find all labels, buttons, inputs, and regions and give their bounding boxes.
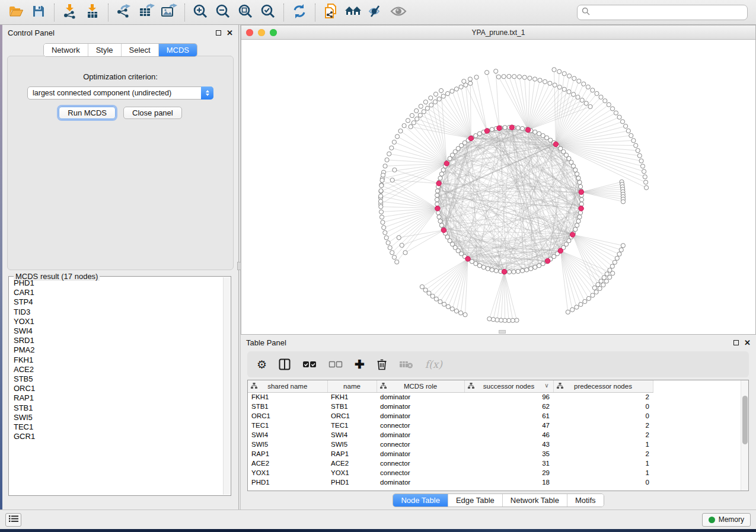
cell-filler[interactable] <box>653 421 741 430</box>
cell-shared-name[interactable]: SWI5 <box>248 440 327 449</box>
cell-name[interactable]: SWI5 <box>327 440 377 449</box>
export-image-button[interactable] <box>158 2 180 23</box>
show-columns-icon[interactable] <box>279 355 291 373</box>
search-input[interactable] <box>593 8 743 17</box>
cell-name[interactable]: TEC1 <box>327 421 377 430</box>
mcds-result-list[interactable]: PHD1CAR1STP4TID3YOX1SWI4SRD1PMA2FKH1ACE2… <box>9 278 222 495</box>
cell-role[interactable]: connector <box>377 440 464 449</box>
mcds-result-item[interactable]: SWI4 <box>14 326 222 336</box>
tab-edge-table[interactable]: Edge Table <box>448 494 503 507</box>
cell-predecessors[interactable]: 0 <box>553 402 653 411</box>
sort-chevron-icon[interactable]: ∨ <box>544 382 548 389</box>
refresh-button[interactable] <box>288 2 311 23</box>
add-column-icon[interactable]: ✚ <box>355 355 365 373</box>
cell-role[interactable]: dominator <box>377 392 464 402</box>
table-row[interactable]: YOX1YOX1connector291 <box>248 468 741 477</box>
table-options-gear-icon[interactable]: ⚙ <box>257 355 267 373</box>
horizontal-splitter-handle[interactable] <box>499 330 506 334</box>
export-network-button[interactable] <box>113 2 135 23</box>
cell-role[interactable]: connector <box>377 421 464 430</box>
table-scrollbar[interactable] <box>741 380 748 491</box>
import-table-button[interactable] <box>81 2 104 23</box>
tab-network-table[interactable]: Network Table <box>503 494 567 507</box>
column-header-mcds-role[interactable]: MCDS role <box>377 380 464 392</box>
cell-shared-name[interactable]: RAP1 <box>248 449 327 459</box>
mcds-result-item[interactable]: FKH1 <box>14 355 222 365</box>
column-header-successor-nodes[interactable]: successor nodes∨ <box>464 380 553 392</box>
cell-successors[interactable]: 61 <box>464 411 553 421</box>
table-row[interactable]: TEC1TEC1connector472 <box>248 421 741 430</box>
cell-name[interactable]: STB1 <box>327 402 377 411</box>
cell-shared-name[interactable]: YOX1 <box>248 468 327 477</box>
mcds-result-item[interactable]: PMA2 <box>14 345 222 355</box>
mcds-result-item[interactable]: GCR1 <box>14 432 222 441</box>
cell-successors[interactable]: 18 <box>464 477 553 487</box>
mcds-result-item[interactable]: TID3 <box>14 307 222 317</box>
tab-node-table[interactable]: Node Table <box>393 494 448 507</box>
delete-column-trash-icon[interactable] <box>377 355 387 373</box>
cell-shared-name[interactable]: FKH1 <box>248 392 327 402</box>
cell-role[interactable]: dominator <box>377 402 464 411</box>
export-table-button[interactable] <box>135 2 158 23</box>
mcds-result-item[interactable]: YOX1 <box>14 317 222 326</box>
cell-successors[interactable]: 43 <box>464 440 553 449</box>
import-network-button[interactable] <box>59 2 81 23</box>
close-panel-button[interactable]: Close panel <box>123 107 182 119</box>
cell-successors[interactable]: 35 <box>464 449 553 459</box>
zoom-in-button[interactable] <box>189 2 212 23</box>
mcds-result-scrollbar[interactable] <box>223 277 230 495</box>
mcds-result-item[interactable]: STP4 <box>14 297 222 307</box>
cell-successors[interactable]: 29 <box>464 468 553 477</box>
cell-shared-name[interactable]: ACE2 <box>248 459 327 468</box>
tab-network[interactable]: Network <box>44 44 88 56</box>
cell-shared-name[interactable]: PHD1 <box>248 477 327 487</box>
table-row[interactable]: PHD1PHD1dominator180 <box>248 477 741 487</box>
cell-filler[interactable] <box>653 477 741 487</box>
cell-role[interactable]: dominator <box>377 430 464 440</box>
cell-predecessors[interactable]: 2 <box>553 449 653 459</box>
float-window-icon[interactable] <box>216 30 221 36</box>
cell-name[interactable]: RAP1 <box>327 449 377 459</box>
cell-predecessors[interactable]: 1 <box>553 468 653 477</box>
cell-predecessors[interactable]: 1 <box>553 440 653 449</box>
cell-filler[interactable] <box>653 459 741 468</box>
mcds-result-item[interactable]: CAR1 <box>14 288 222 297</box>
tab-mcds[interactable]: MCDS <box>159 44 197 56</box>
mcds-result-item[interactable]: TEC1 <box>14 422 222 432</box>
cell-successors[interactable]: 47 <box>464 421 553 430</box>
cell-predecessors[interactable]: 2 <box>553 392 653 402</box>
mcds-result-item[interactable]: STB1 <box>14 403 222 413</box>
clone-network-button[interactable] <box>320 2 342 23</box>
table-row[interactable]: STB1STB1dominator620 <box>248 402 741 411</box>
cell-successors[interactable]: 96 <box>464 392 553 402</box>
cell-predecessors[interactable]: 0 <box>553 411 653 421</box>
run-mcds-button[interactable]: Run MCDS <box>59 107 116 119</box>
network-window-titlebar[interactable]: YPA_prune.txt_1 <box>241 25 755 40</box>
column-header-name[interactable]: name <box>327 380 377 392</box>
close-panel-icon[interactable]: ✕ <box>744 340 751 345</box>
column-header-predecessor-nodes[interactable]: predecessor nodes <box>553 380 653 392</box>
mcds-result-item[interactable]: SWI5 <box>14 413 222 422</box>
memory-button[interactable]: Memory <box>702 513 751 527</box>
table-scrollbar-thumb[interactable] <box>742 396 748 444</box>
table-row[interactable]: FKH1FKH1dominator962 <box>248 392 741 402</box>
table-row[interactable]: RAP1RAP1dominator352 <box>248 449 741 459</box>
table-row[interactable]: ORC1ORC1dominator610 <box>248 411 741 421</box>
cell-filler[interactable] <box>653 402 741 411</box>
cell-filler[interactable] <box>653 392 741 402</box>
cell-shared-name[interactable]: ORC1 <box>248 411 327 421</box>
task-history-button[interactable] <box>5 513 21 527</box>
cell-name[interactable]: ACE2 <box>327 459 377 468</box>
cell-filler[interactable] <box>653 449 741 459</box>
table-row[interactable]: SWI4SWI4dominator462 <box>248 430 741 440</box>
cell-predecessors[interactable]: 2 <box>553 430 653 440</box>
cell-name[interactable]: YOX1 <box>327 468 377 477</box>
cell-role[interactable]: connector <box>377 459 464 468</box>
cell-shared-name[interactable]: SWI4 <box>248 430 327 440</box>
table-row[interactable]: ACE2ACE2connector311 <box>248 459 741 468</box>
hide-details-button[interactable] <box>365 2 387 23</box>
cell-name[interactable]: PHD1 <box>327 477 377 487</box>
cell-successors[interactable]: 62 <box>464 402 553 411</box>
mcds-result-item[interactable]: SRD1 <box>14 336 222 345</box>
cell-name[interactable]: SWI4 <box>327 430 377 440</box>
